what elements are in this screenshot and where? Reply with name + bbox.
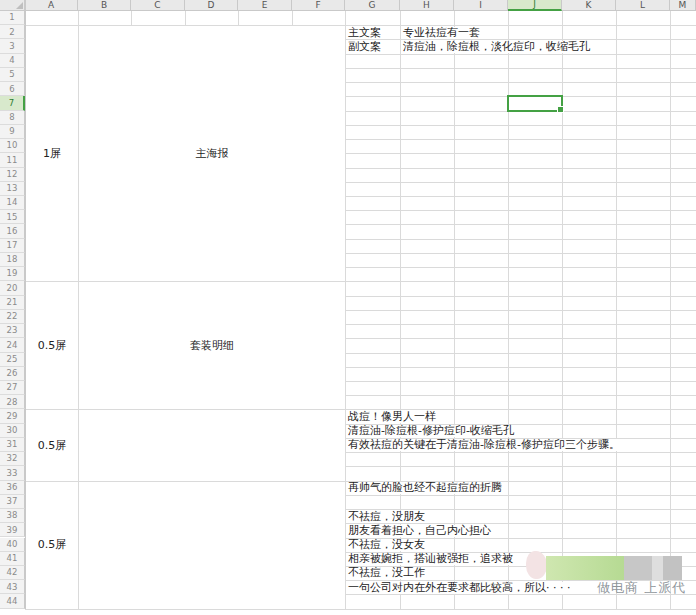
cell-G41[interactable]: 相亲被婉拒，搭讪被强拒，追求被	[347, 553, 514, 565]
row-header-29[interactable]: 29	[0, 409, 25, 423]
merged-cell-screen-1[interactable]: 1屏	[26, 25, 78, 281]
row-header-38[interactable]: 38	[0, 509, 25, 523]
cell-G38[interactable]: 不祛痘，没朋友	[347, 511, 426, 523]
row-header-41[interactable]: 41	[0, 552, 25, 566]
cell-H2[interactable]: 专业祛痘有一套	[402, 27, 481, 39]
cell-G40[interactable]: 不祛痘，没女友	[347, 539, 426, 551]
cell-G42[interactable]: 不祛痘，没工作	[347, 567, 426, 579]
column-header-H[interactable]: H	[400, 0, 454, 11]
row-header-43[interactable]: 43	[0, 580, 25, 594]
gridline-v	[670, 11, 671, 609]
row-header-1[interactable]: 1	[0, 11, 25, 25]
row-header-42[interactable]: 42	[0, 566, 25, 580]
cell-H3[interactable]: 清痘油，除痘根，淡化痘印，收缩毛孔	[402, 41, 591, 53]
row-header-27[interactable]: 27	[0, 381, 25, 395]
row-header-9[interactable]: 9	[0, 125, 25, 139]
row-header-23[interactable]: 23	[0, 324, 25, 338]
gridline-v	[345, 11, 346, 609]
merged-cell-label-1[interactable]: 主海报	[79, 25, 345, 281]
gridline-v	[454, 11, 455, 609]
row-header-3[interactable]: 3	[0, 39, 25, 53]
merged-cell-label-3[interactable]	[79, 409, 345, 480]
gridline-v	[185, 11, 186, 25]
cell-G3[interactable]: 副文案	[347, 41, 382, 53]
row-header-32[interactable]: 32	[0, 452, 25, 466]
row-header-8[interactable]: 8	[0, 111, 25, 125]
gridline-v	[616, 11, 617, 609]
cell-G31[interactable]: 有效祛痘的关键在于清痘油-除痘根-修护痘印三个步骤。	[347, 439, 621, 451]
merged-cell-label-4[interactable]	[79, 481, 345, 609]
cell-G29[interactable]: 战痘！像男人一样	[347, 411, 437, 423]
cell-G43[interactable]: 一句公司对内在外在要求都比较高，所以· · · ·	[347, 582, 571, 594]
row-header-33[interactable]: 33	[0, 466, 25, 480]
column-header-B[interactable]: B	[78, 0, 131, 11]
gridline-h	[345, 82, 696, 83]
row-header-11[interactable]: 11	[0, 153, 25, 167]
row-header-26[interactable]: 26	[0, 367, 25, 381]
row-header-20[interactable]: 20	[0, 281, 25, 295]
gridline-h	[345, 239, 696, 240]
cell-G39[interactable]: 朋友看着担心，自己内心担心	[347, 525, 492, 537]
row-header-13[interactable]: 13	[0, 182, 25, 196]
watermark-text: 做电商 上派代	[597, 579, 686, 597]
selected-cell-J7[interactable]	[507, 95, 563, 111]
column-header-K[interactable]: K	[562, 0, 616, 11]
row-header-24[interactable]: 24	[0, 338, 25, 352]
column-header-M[interactable]: M	[670, 0, 696, 11]
row-header-22[interactable]: 22	[0, 310, 25, 324]
column-header-D[interactable]: D	[185, 0, 238, 11]
gridline-h	[345, 310, 696, 311]
column-header-E[interactable]: E	[238, 0, 292, 11]
row-header-2[interactable]: 2	[0, 25, 25, 39]
row-header-14[interactable]: 14	[0, 196, 25, 210]
gridline-h	[345, 296, 696, 297]
column-header-F[interactable]: F	[292, 0, 345, 11]
merged-cell-label-2[interactable]: 套装明细	[79, 281, 345, 409]
gridline-h	[345, 495, 696, 496]
gridline-h	[345, 395, 696, 396]
row-header-21[interactable]: 21	[0, 296, 25, 310]
row-header-40[interactable]: 40	[0, 538, 25, 552]
gridline-h	[345, 68, 696, 69]
merged-cell-screen-4[interactable]: 0.5屏	[26, 481, 78, 609]
row-header-6[interactable]: 6	[0, 82, 25, 96]
row-header-19[interactable]: 19	[0, 267, 25, 281]
row-header-12[interactable]: 12	[0, 168, 25, 182]
column-header-I[interactable]: I	[454, 0, 508, 11]
row-header-17[interactable]: 17	[0, 239, 25, 253]
row-header-31[interactable]: 31	[0, 438, 25, 452]
column-header-C[interactable]: C	[131, 0, 185, 11]
cell-G2[interactable]: 主文案	[347, 27, 382, 39]
gridline-h	[345, 367, 696, 368]
row-header-7[interactable]: 7	[0, 96, 25, 110]
select-all-corner[interactable]	[0, 0, 25, 11]
column-header-A[interactable]: A	[25, 0, 78, 11]
gridline-h	[345, 381, 696, 382]
column-header-J[interactable]: J	[508, 0, 562, 11]
merged-cell-screen-2[interactable]: 0.5屏	[26, 281, 78, 409]
row-header-30[interactable]: 30	[0, 424, 25, 438]
gridline-h	[345, 452, 696, 453]
row-header-25[interactable]: 25	[0, 353, 25, 367]
gridline-h	[345, 182, 696, 183]
row-header-28[interactable]: 28	[0, 395, 25, 409]
watermark-gray-blob	[663, 556, 682, 580]
row-header-18[interactable]: 18	[0, 253, 25, 267]
row-header-36[interactable]: 36	[0, 481, 25, 495]
row-header-10[interactable]: 10	[0, 139, 25, 153]
column-header-L[interactable]: L	[616, 0, 670, 11]
merged-cell-screen-3[interactable]: 0.5屏	[26, 409, 78, 480]
column-header-G[interactable]: G	[345, 0, 400, 11]
row-header-44[interactable]: 44	[0, 594, 25, 608]
row-header-15[interactable]: 15	[0, 210, 25, 224]
row-header-39[interactable]: 39	[0, 523, 25, 537]
fill-handle[interactable]	[557, 106, 564, 113]
row-header-37[interactable]: 37	[0, 495, 25, 509]
row-header-5[interactable]: 5	[0, 68, 25, 82]
gridline-h	[345, 139, 696, 140]
gridline-h	[345, 267, 696, 268]
row-header-4[interactable]: 4	[0, 54, 25, 68]
cell-G30[interactable]: 清痘油-除痘根-修护痘印-收缩毛孔	[347, 425, 515, 437]
row-header-16[interactable]: 16	[0, 224, 25, 238]
cell-G36[interactable]: 再帅气的脸也经不起痘痘的折腾	[347, 482, 503, 494]
